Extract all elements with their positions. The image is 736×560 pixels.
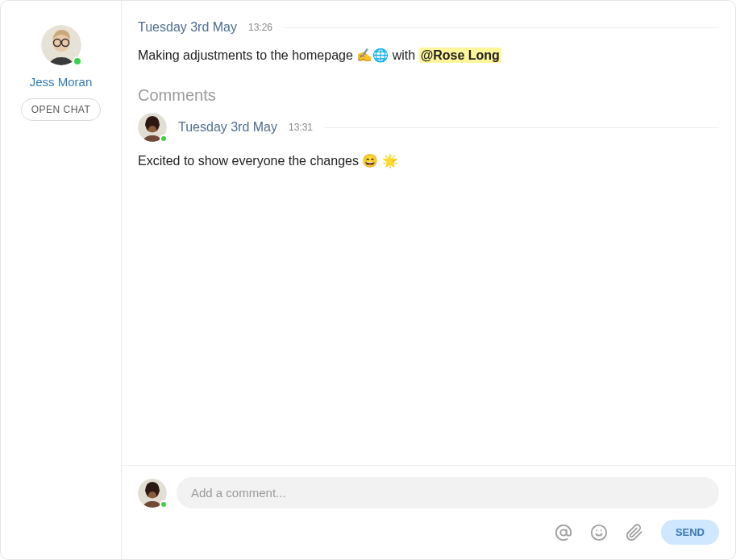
comments-heading: Comments xyxy=(138,86,719,105)
post-time: 13:26 xyxy=(248,22,272,33)
presence-indicator xyxy=(73,56,82,66)
divider xyxy=(284,27,719,28)
commenter-avatar[interactable] xyxy=(138,113,167,142)
post-meta: Tuesday 3rd May 13:26 xyxy=(138,20,719,35)
current-user-avatar[interactable] xyxy=(138,479,167,508)
mention-icon[interactable] xyxy=(555,524,572,541)
post-text: Making adjustments to the homepage ✍️🌐 w… xyxy=(138,48,419,62)
main-content: Tuesday 3rd May 13:26 Making adjustments… xyxy=(122,1,735,559)
comment-meta: Tuesday 3rd May 13:31 xyxy=(138,113,719,142)
svg-point-13 xyxy=(592,525,606,539)
attachment-icon[interactable] xyxy=(626,524,643,541)
thread-scroll: Tuesday 3rd May 13:26 Making adjustments… xyxy=(122,1,735,465)
send-button[interactable]: SEND xyxy=(661,520,719,545)
comment: Tuesday 3rd May 13:31 Excited to show ev… xyxy=(138,113,719,168)
activity-panel: Jess Moran OPEN CHAT Tuesday 3rd May 13:… xyxy=(0,0,736,560)
post-body: Making adjustments to the homepage ✍️🌐 w… xyxy=(138,46,719,65)
svg-point-12 xyxy=(560,529,566,535)
author-sidebar: Jess Moran OPEN CHAT xyxy=(1,1,122,559)
presence-indicator xyxy=(160,500,168,508)
comment-time: 13:31 xyxy=(289,122,313,133)
compose-actions: SEND xyxy=(138,520,719,545)
post-date: Tuesday 3rd May xyxy=(138,20,237,35)
divider xyxy=(324,127,719,128)
compose-row xyxy=(138,477,719,508)
author-name-link[interactable]: Jess Moran xyxy=(30,75,93,89)
open-chat-button[interactable]: OPEN CHAT xyxy=(21,98,102,121)
emoji-icon[interactable] xyxy=(590,524,608,541)
compose-footer: SEND xyxy=(122,465,735,559)
user-mention[interactable]: @Rose Long xyxy=(419,48,501,63)
comment-input[interactable] xyxy=(177,477,719,508)
author-avatar[interactable] xyxy=(41,25,81,65)
presence-indicator xyxy=(160,135,168,143)
comment-date: Tuesday 3rd May xyxy=(178,120,277,135)
comment-body: Excited to show everyone the changes 😄 🌟 xyxy=(138,153,719,168)
